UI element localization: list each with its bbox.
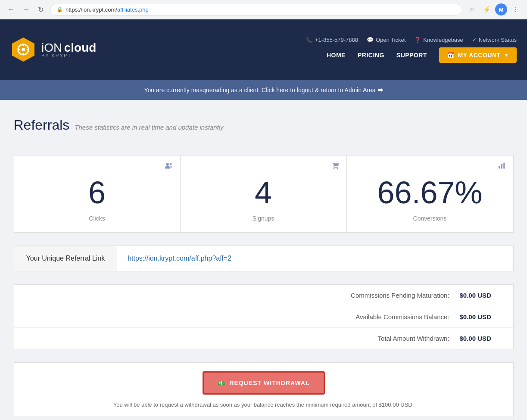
commission-row-balance: Available Commissions Balance: $0.00 USD	[14, 306, 513, 328]
browser-nav-buttons: ← → ↻	[5, 3, 47, 16]
nav-utility: 📞 +1-855-579-7888 💬 Open Ticket ❓ Knowle…	[306, 37, 517, 43]
masquerade-message: You are currently masquerading as a clie…	[144, 87, 375, 93]
nav-open-ticket[interactable]: 💬 Open Ticket	[367, 37, 405, 43]
chevron-down-icon: ▼	[504, 53, 509, 58]
cart-icon	[332, 162, 340, 172]
browser-back-button[interactable]: ←	[5, 3, 17, 16]
commission-withdrawn-label: Total Amount Withdrawn:	[378, 335, 449, 342]
commission-balance-value: $0.00 USD	[460, 313, 503, 320]
logo-cloud: cloud	[64, 41, 97, 54]
nav-top-right: 📞 +1-855-579-7888 💬 Open Ticket ❓ Knowle…	[306, 37, 517, 63]
request-withdrawal-button[interactable]: 💵 REQUEST WITHDRAWAL	[203, 371, 325, 395]
logo-hexagon	[10, 37, 36, 62]
svg-rect-11	[503, 163, 505, 169]
svg-rect-9	[499, 166, 500, 168]
phone-icon: 📞	[306, 37, 313, 43]
browser-avatar[interactable]: M	[495, 3, 507, 16]
withdrawal-note: You will be able to request a withdrawal…	[23, 401, 505, 408]
signups-value: 4	[189, 177, 338, 208]
stat-card-clicks: 6 Clicks	[14, 156, 181, 232]
logo-text: iON cloud BY KRYPT	[41, 41, 96, 58]
chart-icon	[498, 162, 506, 171]
question-icon: ❓	[414, 37, 421, 43]
nav-main: HOME PRICING SUPPORT 📅 MY ACCOUNT ▼	[327, 47, 517, 63]
main-content: Referrals These statistics are in real t…	[5, 100, 522, 420]
browser-actions: ☆ ⚡ M ⋮	[466, 3, 522, 16]
commission-pending-label: Commissions Pending Maturation:	[351, 292, 449, 299]
nav-knowledgebase[interactable]: ❓ Knowledgebase	[414, 37, 463, 43]
masquerade-link[interactable]: You are currently masquerading as a clie…	[144, 87, 383, 93]
browser-url: https://ion.krypt.com/affiliates.php	[65, 6, 149, 13]
withdrawal-icon: 💵	[218, 380, 225, 386]
clicks-value: 6	[23, 177, 172, 208]
clicks-label: Clicks	[23, 215, 172, 222]
page-title: Referrals	[14, 117, 70, 133]
commission-row-pending: Commissions Pending Maturation: $0.00 US…	[14, 285, 513, 306]
conversions-value: 66.67%	[355, 177, 505, 208]
browser-refresh-button[interactable]: ↻	[34, 3, 47, 16]
commission-withdrawn-value: $0.00 USD	[460, 335, 503, 342]
my-account-button[interactable]: 📅 MY ACCOUNT ▼	[439, 47, 517, 63]
nav-pricing[interactable]: PRICING	[358, 52, 384, 59]
page-title-area: Referrals These statistics are in real t…	[14, 117, 514, 142]
referral-section: Your Unique Referral Link https://ion.kr…	[14, 246, 514, 271]
arrow-right-icon: ➡	[377, 86, 383, 93]
referral-label: Your Unique Referral Link	[14, 246, 118, 271]
referral-url[interactable]: https://ion.krypt.com/aff.php?aff=2	[117, 246, 242, 271]
nav-home[interactable]: HOME	[327, 52, 346, 59]
users-icon	[165, 162, 173, 171]
account-icon: 📅	[447, 52, 455, 59]
nav-phone[interactable]: 📞 +1-855-579-7888	[306, 37, 358, 43]
check-icon: ✓	[472, 37, 477, 43]
masquerade-banner: You are currently masquerading as a clie…	[0, 80, 527, 100]
commission-pending-value: $0.00 USD	[460, 292, 503, 299]
svg-rect-10	[501, 164, 502, 168]
withdrawal-section: 💵 REQUEST WITHDRAWAL You will be able to…	[14, 362, 514, 417]
commission-row-withdrawn: Total Amount Withdrawn: $0.00 USD	[14, 328, 513, 349]
commission-section: Commissions Pending Maturation: $0.00 US…	[14, 284, 514, 349]
logo-ion: iON	[41, 41, 62, 54]
ticket-icon: 💬	[367, 37, 374, 43]
page-subtitle: These statistics are in real time and up…	[75, 124, 223, 131]
browser-extensions-button[interactable]: ⚡	[480, 3, 493, 16]
stat-card-signups: 4 Signups	[181, 156, 347, 232]
commission-balance-label: Available Commissions Balance:	[355, 313, 449, 320]
nav-network-status[interactable]: ✓ Network Status	[472, 37, 517, 43]
signups-label: Signups	[189, 215, 338, 222]
stat-card-conversions: 66.67% Conversions	[347, 156, 513, 232]
browser-chrome: ← → ↻ 🔒 https://ion.krypt.com/affiliates…	[0, 0, 527, 19]
browser-forward-button[interactable]: →	[20, 3, 32, 16]
logo-area: iON cloud BY KRYPT	[10, 37, 96, 62]
top-navigation: iON cloud BY KRYPT 📞 +1-855-579-7888 💬 O…	[0, 19, 527, 80]
browser-bookmark-button[interactable]: ☆	[466, 3, 478, 16]
stats-row: 6 Clicks 4 Signups 66.67% Conversions	[14, 155, 514, 233]
svg-point-8	[169, 163, 172, 165]
conversions-label: Conversions	[355, 215, 505, 222]
browser-menu-button[interactable]: ⋮	[510, 3, 522, 16]
svg-point-7	[166, 163, 168, 166]
nav-support[interactable]: SUPPORT	[396, 52, 427, 59]
lock-icon: 🔒	[56, 6, 63, 12]
browser-address-bar[interactable]: 🔒 https://ion.krypt.com/affiliates.php	[50, 4, 462, 16]
svg-point-2	[22, 48, 25, 51]
